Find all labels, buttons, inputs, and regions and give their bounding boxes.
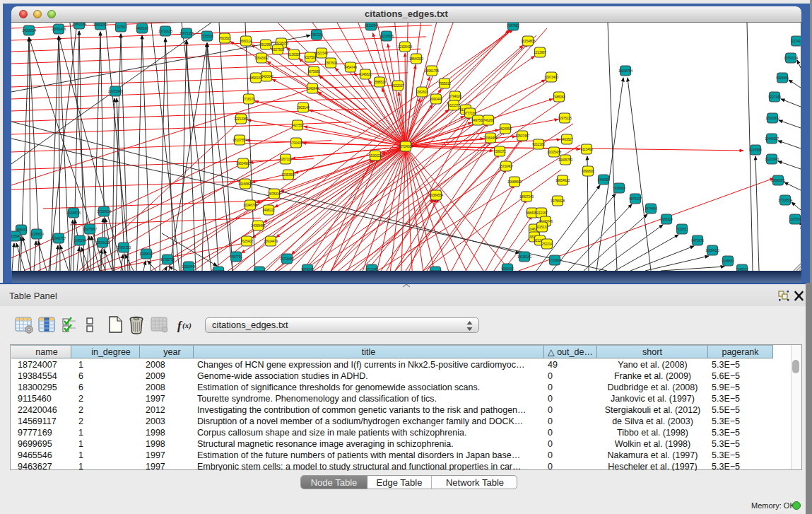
- svg-text:9329966: 9329966: [776, 76, 789, 80]
- svg-text:12942757: 12942757: [52, 236, 66, 240]
- svg-text:6879197: 6879197: [629, 197, 642, 201]
- svg-text:8660124: 8660124: [240, 39, 252, 43]
- svg-text:20691406: 20691406: [52, 27, 66, 31]
- svg-text:6466160: 6466160: [136, 26, 148, 30]
- svg-text:16154808: 16154808: [521, 39, 535, 43]
- svg-text:9457791: 9457791: [230, 255, 242, 259]
- svg-text:2935114: 2935114: [661, 217, 673, 221]
- svg-text:12213369: 12213369: [234, 117, 248, 121]
- svg-text:13975867: 13975867: [83, 227, 97, 231]
- svg-text:18640910: 18640910: [409, 57, 423, 61]
- svg-text:2718176: 2718176: [242, 97, 255, 101]
- svg-text:9463627: 9463627: [560, 137, 573, 141]
- svg-text:8454749: 8454749: [344, 65, 357, 69]
- svg-text:1145194: 1145194: [74, 238, 87, 243]
- svg-text:1167534: 1167534: [789, 217, 801, 221]
- svg-text:9474444: 9474444: [645, 206, 657, 211]
- svg-text:12505115: 12505115: [95, 240, 110, 245]
- svg-text:10688609: 10688609: [507, 180, 522, 184]
- svg-text:16671355: 16671355: [180, 31, 194, 35]
- svg-text:17016504: 17016504: [778, 198, 792, 202]
- svg-text:20206576: 20206576: [66, 211, 81, 215]
- svg-text:6497568: 6497568: [471, 118, 484, 122]
- svg-text:2367608: 2367608: [324, 61, 337, 65]
- svg-text:16210643: 16210643: [765, 157, 779, 161]
- svg-text:17957253: 17957253: [117, 245, 131, 250]
- svg-text:(x): (x): [182, 321, 192, 330]
- svg-text:18107554: 18107554: [233, 138, 247, 142]
- svg-text:9427552: 9427552: [291, 123, 304, 127]
- svg-text:9082412: 9082412: [501, 267, 514, 271]
- svg-text:7386372: 7386372: [493, 149, 506, 153]
- svg-text:1117415: 1117415: [791, 39, 801, 43]
- svg-text:10973493: 10973493: [544, 75, 558, 79]
- svg-text:1530023: 1530023: [369, 153, 382, 158]
- svg-text:9321546: 9321546: [315, 51, 328, 55]
- svg-text:12444157: 12444157: [765, 136, 779, 141]
- svg-text:1362615: 1362615: [416, 90, 428, 94]
- svg-text:9212167: 9212167: [535, 211, 548, 215]
- svg-text:9115132: 9115132: [536, 225, 549, 229]
- svg-text:8136328: 8136328: [288, 52, 300, 57]
- svg-text:10958107: 10958107: [139, 252, 153, 256]
- svg-text:14136141: 14136141: [517, 255, 531, 259]
- svg-text:9146821: 9146821: [359, 72, 372, 76]
- svg-text:9115460: 9115460: [581, 147, 594, 151]
- svg-text:8712345: 8712345: [365, 267, 378, 271]
- svg-text:12353594: 12353594: [281, 173, 295, 177]
- svg-text:1588520: 1588520: [373, 80, 386, 84]
- svg-text:19756928: 19756928: [551, 199, 565, 203]
- svg-text:19692971: 19692971: [771, 178, 785, 182]
- svg-text:10654112: 10654112: [705, 248, 719, 252]
- svg-text:8813054: 8813054: [365, 23, 377, 28]
- svg-text:19384554: 19384554: [429, 193, 443, 197]
- svg-text:16961755: 16961755: [425, 69, 439, 73]
- svg-text:7955812: 7955812: [438, 81, 451, 86]
- svg-text:6794028: 6794028: [449, 94, 461, 98]
- svg-text:252214: 252214: [542, 242, 553, 246]
- svg-text:7418529: 7418529: [212, 269, 225, 271]
- svg-text:9245652: 9245652: [722, 259, 734, 263]
- svg-text:1621072: 1621072: [447, 103, 460, 107]
- svg-text:10653267: 10653267: [93, 23, 107, 27]
- svg-text:10046798: 10046798: [243, 203, 257, 207]
- svg-text:6351208: 6351208: [429, 269, 442, 271]
- svg-text:12923446: 12923446: [182, 264, 196, 269]
- svg-text:19166827: 19166827: [238, 182, 252, 186]
- svg-text:9227349: 9227349: [768, 95, 781, 99]
- svg-text:3675685: 3675685: [307, 69, 320, 74]
- svg-text:2087682: 2087682: [507, 23, 519, 28]
- svg-text:12093872: 12093872: [765, 116, 779, 120]
- svg-text:10543392: 10543392: [254, 56, 269, 60]
- svg-text:12325419: 12325419: [398, 45, 412, 49]
- svg-text:12975115: 12975115: [558, 116, 572, 120]
- svg-text:10719135: 10719135: [158, 29, 172, 33]
- svg-text:6899695: 6899695: [582, 169, 594, 173]
- svg-text:1213967: 1213967: [534, 50, 546, 54]
- svg-text:8322037: 8322037: [392, 83, 404, 88]
- svg-text:13716485: 13716485: [280, 257, 294, 261]
- svg-text:19495759: 19495759: [558, 158, 572, 162]
- svg-text:18724007: 18724007: [399, 144, 413, 148]
- svg-text:7515526: 7515526: [201, 34, 213, 38]
- svg-text:9242848: 9242848: [306, 86, 319, 90]
- svg-text:2803144: 2803144: [297, 105, 310, 110]
- svg-text:3878334: 3878334: [268, 192, 281, 196]
- svg-text:10507487: 10507487: [515, 134, 529, 138]
- svg-text:20892184: 20892184: [72, 23, 86, 26]
- svg-text:7357224: 7357224: [310, 33, 323, 37]
- svg-text:11156829: 11156829: [30, 232, 44, 236]
- svg-text:20364456: 20364456: [483, 136, 498, 140]
- svg-text:16648784: 16648784: [618, 69, 632, 73]
- svg-text:14055724: 14055724: [22, 28, 36, 33]
- svg-text:17359924: 17359924: [97, 209, 111, 214]
- svg-text:9777169: 9777169: [464, 111, 476, 115]
- svg-text:16782759: 16782759: [160, 257, 175, 262]
- svg-text:1327602: 1327602: [114, 25, 127, 29]
- svg-text:16914479: 16914479: [264, 239, 278, 243]
- svg-text:15751074: 15751074: [784, 56, 798, 60]
- svg-text:3915947: 3915947: [11, 234, 21, 238]
- svg-text:14099489: 14099489: [251, 223, 265, 228]
- svg-text:5214763: 5214763: [253, 269, 266, 271]
- svg-text:7625402: 7625402: [240, 239, 253, 243]
